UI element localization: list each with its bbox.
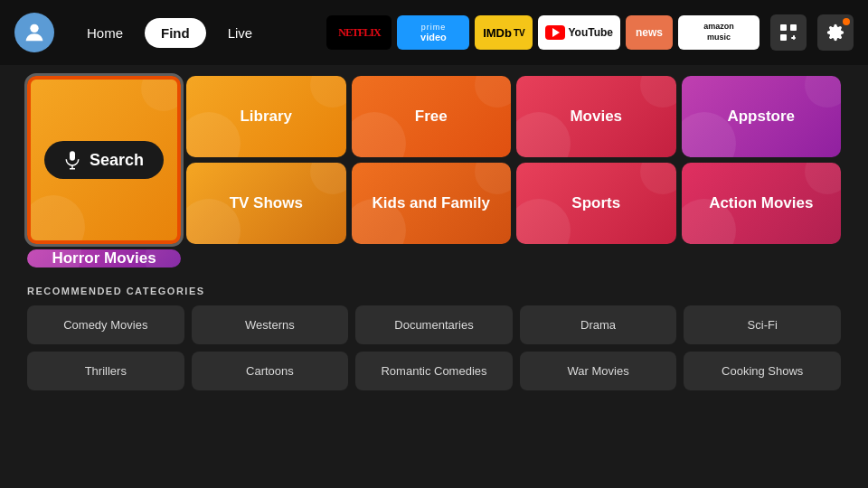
app-news[interactable]: news bbox=[626, 15, 673, 50]
rec-cartoons[interactable]: Cartoons bbox=[192, 352, 349, 390]
svg-rect-3 bbox=[780, 34, 787, 41]
category-movies[interactable]: Movies bbox=[516, 76, 676, 157]
nav-find[interactable]: Find bbox=[145, 18, 206, 48]
settings-icon-button[interactable] bbox=[817, 14, 854, 51]
search-label: Search bbox=[90, 151, 144, 170]
rec-westerns[interactable]: Westerns bbox=[192, 305, 349, 344]
nav-apps: NETFLIX prime video IMDb TV YouTube news bbox=[326, 14, 854, 51]
category-library[interactable]: Library bbox=[186, 76, 346, 157]
category-kidsandfamily[interactable]: Kids and Family bbox=[352, 163, 512, 244]
search-tile[interactable]: Search bbox=[27, 76, 181, 244]
app-youtube[interactable]: YouTube bbox=[538, 15, 620, 50]
recommended-title: RECOMMENDED CATEGORIES bbox=[27, 286, 841, 296]
app-primevideo[interactable]: prime video bbox=[397, 15, 469, 50]
rec-comedy-movies[interactable]: Comedy Movies bbox=[27, 305, 184, 344]
category-horrormovies[interactable]: Horror Movies bbox=[27, 249, 181, 267]
rec-war-movies[interactable]: War Movies bbox=[520, 352, 677, 390]
rec-romantic-comedies[interactable]: Romantic Comedies bbox=[355, 352, 513, 390]
svg-point-0 bbox=[30, 24, 38, 33]
svg-rect-6 bbox=[70, 151, 75, 161]
rec-drama[interactable]: Drama bbox=[520, 305, 677, 344]
app-netflix[interactable]: NETFLIX bbox=[326, 15, 392, 50]
notification-dot bbox=[843, 18, 850, 25]
grid-icon-button[interactable] bbox=[770, 14, 807, 51]
user-avatar[interactable] bbox=[14, 13, 54, 52]
rec-cooking-shows[interactable]: Cooking Shows bbox=[684, 352, 841, 390]
rec-documentaries[interactable]: Documentaries bbox=[355, 305, 513, 344]
rec-thrillers[interactable]: Thrillers bbox=[27, 352, 184, 390]
nav-home[interactable]: Home bbox=[71, 18, 139, 48]
recommended-section: RECOMMENDED CATEGORIES Comedy Movies Wes… bbox=[27, 286, 841, 390]
recommended-row2: Thrillers Cartoons Romantic Comedies War… bbox=[27, 352, 841, 390]
app-imdbtv[interactable]: IMDb TV bbox=[475, 15, 533, 50]
category-actionmovies[interactable]: Action Movies bbox=[682, 163, 842, 244]
category-free[interactable]: Free bbox=[352, 76, 512, 157]
category-grid: Search Library Free Movies Appstore TV S… bbox=[27, 76, 841, 267]
nav-items: Home Find Live bbox=[71, 18, 269, 48]
navbar: Home Find Live NETFLIX prime video IMDb … bbox=[0, 0, 868, 65]
svg-rect-5 bbox=[791, 37, 796, 39]
category-appstore[interactable]: Appstore bbox=[682, 76, 842, 157]
category-sports[interactable]: Sports bbox=[516, 163, 676, 244]
rec-scifi[interactable]: Sci-Fi bbox=[684, 305, 841, 344]
app-amazonmusic[interactable]: amazonmusic bbox=[678, 15, 760, 50]
search-mic-button[interactable]: Search bbox=[44, 141, 164, 179]
svg-rect-1 bbox=[780, 24, 787, 31]
nav-live[interactable]: Live bbox=[212, 18, 269, 48]
main-content: Search Library Free Movies Appstore TV S… bbox=[0, 65, 868, 399]
svg-rect-2 bbox=[790, 24, 797, 31]
category-tvshows[interactable]: TV Shows bbox=[186, 163, 346, 244]
recommended-row1: Comedy Movies Westerns Documentaries Dra… bbox=[27, 305, 841, 344]
